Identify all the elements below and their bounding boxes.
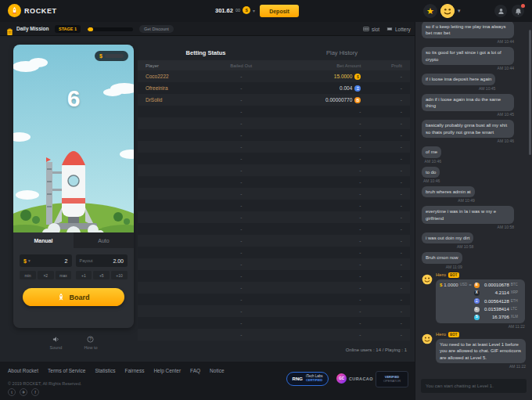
- jackpot-badge: $: [95, 51, 128, 61]
- footer-link[interactable]: Fairness: [124, 368, 144, 373]
- footer-link[interactable]: Terms of Service: [48, 368, 85, 373]
- bet-quick-button[interactable]: min: [20, 271, 36, 279]
- bet-amount-cell: -: [274, 156, 361, 161]
- bet-amount-input[interactable]: $ ▾ 2: [20, 254, 72, 267]
- chat-message: basically probably gnna bust all my shit…: [422, 120, 514, 143]
- tab-play-history[interactable]: Play History: [274, 45, 410, 60]
- chat-input[interactable]: [421, 379, 527, 393]
- chat-scrollbar[interactable]: [529, 30, 531, 155]
- bet-amount-cell: -: [274, 179, 361, 185]
- footer-link[interactable]: Statistics: [95, 368, 115, 373]
- bet-quick-button[interactable]: +5: [93, 271, 110, 279]
- telegram-icon[interactable]: ✈: [20, 388, 27, 396]
- user-menu-chevron-icon[interactable]: ▾: [458, 8, 461, 14]
- slot-icon: [363, 26, 369, 33]
- chat-timestamp: AM 11:09: [446, 265, 462, 269]
- bailed-out-value: -: [208, 214, 274, 220]
- footer-link[interactable]: Notice: [210, 368, 224, 373]
- footer-link[interactable]: Help Center: [153, 368, 181, 373]
- table-row: ---: [138, 200, 410, 211]
- table-row: Coco2222-15.0000$-: [138, 70, 410, 82]
- star-icon: ★: [426, 7, 434, 16]
- rate-code: XRP: [511, 290, 521, 295]
- jackpot-value-mask: [105, 54, 124, 58]
- player-name: Coco2222: [138, 74, 208, 79]
- header: ROCKET 301.62 00 $ ▾ Deposit ★ ▾: [0, 0, 532, 22]
- deposit-button[interactable]: Deposit: [260, 5, 299, 17]
- bet-quick-button[interactable]: ×2: [38, 271, 54, 279]
- table-row: ---: [138, 235, 410, 247]
- friends-button[interactable]: [494, 5, 507, 17]
- rate-row: S16.3706XLM: [474, 314, 521, 320]
- bet-amount-value: 0.004: [340, 85, 352, 91]
- bailed-out-value: -: [208, 156, 274, 161]
- rate-value: 0.00010678: [481, 282, 509, 288]
- bet-quick-button[interactable]: +1: [76, 271, 92, 279]
- bailed-out-value: -: [208, 144, 274, 150]
- usd-coin-icon: $: [243, 6, 250, 14]
- tab-manual[interactable]: Manual: [13, 232, 74, 248]
- chip-group: +1+5+10: [76, 271, 128, 279]
- bailed-out-value: -: [208, 320, 274, 326]
- bailed-out-value: -: [208, 261, 274, 267]
- jackpot-currency: $: [99, 53, 102, 59]
- chat-bubble: bruh wheres admin at: [422, 186, 475, 197]
- table-row: ---: [138, 141, 410, 153]
- tab-auto[interactable]: Auto: [74, 232, 134, 248]
- bailed-out-value: -: [208, 332, 274, 337]
- user-avatar[interactable]: [440, 4, 455, 18]
- footer-link[interactable]: FAQ: [190, 368, 200, 373]
- bet-amount-cell: 15.0000$: [274, 74, 361, 80]
- chat-bubble: You need to be at least Level 1 before y…: [436, 339, 526, 363]
- profit-value: -: [361, 109, 410, 114]
- column-player: Player: [138, 63, 208, 68]
- chat-bubble: so its good for yall since i got a lot o…: [422, 47, 514, 65]
- chat-timestamp: AM 11:22: [509, 364, 526, 369]
- footer-links: About RocketTerms of ServiceStatisticsFa…: [8, 368, 225, 373]
- profit-value: -: [361, 285, 410, 290]
- balance-chevron-down-icon: ▾: [253, 8, 255, 13]
- itech-labs-certification-badge: RNG iTech Labs CERTIFIED: [286, 372, 329, 386]
- table-row: ---: [138, 329, 410, 341]
- facebook-icon[interactable]: f: [31, 388, 39, 396]
- chat-timestamp: AM 11:22: [509, 324, 525, 329]
- profit-value: -: [361, 97, 410, 103]
- bet-quick-button[interactable]: +10: [111, 271, 128, 279]
- chat-bubble: adn if i loose again ima do the same thi…: [422, 94, 514, 112]
- notification-dot: [521, 4, 525, 8]
- payout-input[interactable]: Payout 2.00: [76, 254, 128, 267]
- chat-bubble: everytime i was in la i was w my e girlf…: [422, 206, 514, 224]
- lottery-button[interactable]: Lottery: [386, 24, 411, 34]
- rng-label: RNG: [293, 377, 303, 381]
- online-users-status: Online users : 14 / Playing : 1: [138, 344, 410, 356]
- verified-operator-badge: VERIFIED OPERATOR: [376, 371, 408, 387]
- footer-link[interactable]: About Rocket: [8, 368, 38, 373]
- mission-icon: [6, 25, 13, 39]
- chat-timestamp: AM 10:46: [498, 139, 514, 143]
- table-row: DrSolid-0.00000770B-: [138, 94, 410, 106]
- bet-amount-cell: -: [274, 238, 361, 243]
- game-scene: 6 $: [13, 45, 134, 232]
- twitter-icon[interactable]: t: [8, 388, 16, 396]
- bet-quick-button[interactable]: max: [56, 271, 72, 279]
- sound-toggle[interactable]: Sound: [49, 336, 62, 350]
- slot-button[interactable]: slot: [363, 24, 379, 34]
- table-row: ---: [138, 211, 410, 223]
- favorites-star-button[interactable]: ★: [423, 4, 437, 18]
- logo[interactable]: ROCKET: [8, 4, 57, 17]
- profit-value: -: [361, 144, 410, 150]
- profit-value: -: [361, 332, 410, 337]
- bailed-out-value: -: [208, 191, 274, 196]
- chat-bubble: of me: [422, 146, 441, 157]
- rate-code: XLM: [511, 315, 521, 319]
- how-to-button[interactable]: ? How to: [84, 336, 97, 350]
- balance-display[interactable]: 301.62 00 $ ▾: [215, 6, 255, 14]
- payout-value: 2.00: [113, 258, 124, 264]
- get-discount-button[interactable]: Get Discount: [139, 25, 174, 33]
- logo-text: ROCKET: [24, 7, 57, 15]
- social-icons: t ✈ f: [8, 388, 39, 396]
- tab-betting-status[interactable]: Betting Status: [138, 45, 274, 60]
- currency-selector[interactable]: $: [23, 258, 27, 264]
- notifications-button[interactable]: [512, 5, 524, 17]
- board-button[interactable]: Board: [23, 288, 124, 306]
